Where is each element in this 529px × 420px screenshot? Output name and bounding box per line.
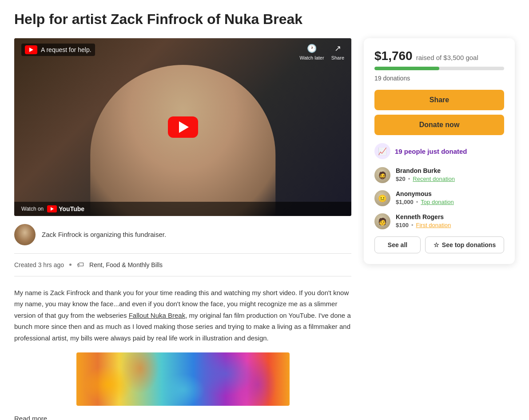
avatar [14, 224, 36, 245]
amount-raised-section: $1,760 raised of $3,500 goal [374, 49, 504, 63]
video-player[interactable]: A request for help. 🕐 Watch later ↗ Shar… [14, 38, 351, 216]
donor-meta: $20 • Recent donation [396, 176, 504, 182]
donor-avatar: 😐 [374, 190, 390, 206]
right-column: $1,760 raised of $3,500 goal 19 donation… [364, 38, 515, 264]
donor-name: Brandon Burke [396, 167, 504, 174]
donation-item: 😐 Anonymous $1,000 • Top donation [374, 190, 504, 206]
category-link[interactable]: Rent, Food & Monthly Bills [89, 261, 163, 268]
share-icon: ↗ [334, 44, 341, 53]
share-video-button[interactable]: ↗ Share [331, 44, 344, 60]
donor-avatar: 🧑 [374, 213, 390, 229]
youtube-icon [25, 45, 37, 54]
left-column: A request for help. 🕐 Watch later ↗ Shar… [14, 38, 351, 420]
video-title: A request for help. [41, 46, 91, 53]
star-icon: ☆ [434, 241, 439, 248]
fundraiser-card: $1,760 raised of $3,500 goal 19 donation… [364, 38, 515, 264]
play-button[interactable] [168, 116, 198, 138]
amount-number: $1,760 [374, 49, 413, 63]
share-video-label: Share [331, 55, 344, 60]
share-button[interactable]: Share [374, 90, 504, 110]
donor-type[interactable]: First donation [416, 222, 451, 228]
youtube-label: YouTube [59, 205, 84, 212]
donor-meta: $100 • First donation [396, 222, 504, 228]
social-proof-text: 19 people just donated [395, 148, 467, 155]
donor-avatar: 🧔 [374, 167, 390, 183]
progress-bar [374, 67, 504, 70]
see-top-label: See top donations [442, 241, 496, 248]
donation-item: 🧑 Kenneth Rogers $100 • First donation [374, 213, 504, 229]
donor-info: Brandon Burke $20 • Recent donation [396, 167, 504, 182]
social-proof-icon: 📈 [374, 143, 390, 159]
donor-info: Kenneth Rogers $100 • First donation [396, 213, 504, 228]
donor-info: Anonymous $1,000 • Top donation [396, 190, 504, 205]
read-more-button[interactable]: Read more [14, 415, 47, 420]
meta-separator [69, 264, 72, 266]
video-title-badge: A request for help. [21, 44, 95, 56]
created-time: Created 3 hrs ago [14, 261, 64, 268]
see-all-button[interactable]: See all [374, 236, 421, 253]
organizer-section: Zack Finfrock is organizing this fundrai… [14, 216, 351, 254]
watch-on-text: Watch on [21, 206, 44, 212]
youtube-logo: YouTube [47, 205, 84, 212]
amount-goal: raised of $3,500 goal [416, 54, 478, 61]
donation-item: 🧔 Brandon Burke $20 • Recent donation [374, 167, 504, 183]
donate-button[interactable]: Donate now [374, 115, 504, 135]
donor-type[interactable]: Recent donation [413, 176, 455, 182]
donor-amount: $100 [396, 222, 409, 228]
watch-later-label: Watch later [299, 55, 324, 60]
donations-count: 19 donations [374, 75, 504, 82]
page-title: Help for artist Zack Finfrock of Nuka Br… [14, 11, 515, 28]
organizer-text: Zack Finfrock is organizing this fundrai… [42, 231, 166, 238]
fallout-link[interactable]: Fallout Nuka Break [129, 312, 186, 319]
social-proof: 📈 19 people just donated [374, 143, 504, 159]
art-image [76, 352, 290, 406]
see-top-donations-button[interactable]: ☆ See top donations [425, 236, 504, 253]
donor-name: Anonymous [396, 190, 504, 197]
donor-amount: $1,000 [396, 199, 414, 205]
clock-icon: 🕐 [307, 44, 317, 53]
description-section: My name is Zack Finfrock and thank you f… [14, 276, 351, 420]
tag-icon: 🏷 [77, 261, 84, 269]
donor-name: Kenneth Rogers [396, 213, 504, 220]
donor-amount: $20 [396, 176, 406, 182]
description-text: My name is Zack Finfrock and thank you f… [14, 287, 351, 344]
progress-bar-fill [374, 67, 439, 70]
meta-section: Created 3 hrs ago 🏷 Rent, Food & Monthly… [14, 254, 351, 276]
sidebar-bottom-btns: See all ☆ See top donations [374, 236, 504, 253]
watch-later-button[interactable]: 🕐 Watch later [299, 44, 324, 60]
donor-meta: $1,000 • Top donation [396, 199, 504, 205]
youtube-logo-icon [47, 205, 57, 212]
donor-type[interactable]: Top donation [421, 199, 453, 205]
